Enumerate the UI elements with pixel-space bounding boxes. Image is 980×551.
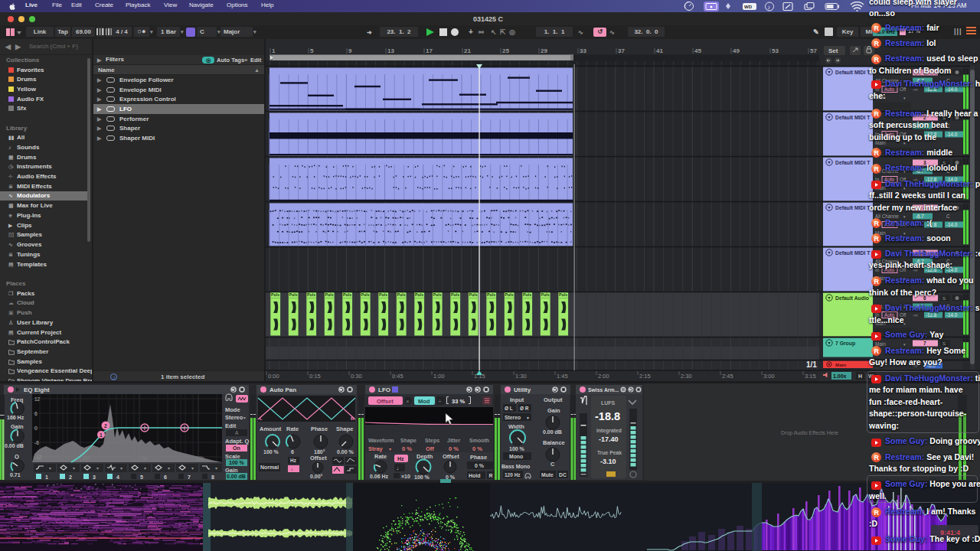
svg-text:-12.8: -12.8 xyxy=(926,86,937,92)
svg-text:17: 17 xyxy=(426,47,433,54)
svg-text:Output: Output xyxy=(544,396,563,403)
svg-text:Stray: Stray xyxy=(368,445,384,452)
svg-text:0 %: 0 % xyxy=(475,463,485,468)
svg-text:0.00 dB: 0.00 dB xyxy=(227,474,246,479)
svg-text:7: 7 xyxy=(188,474,191,480)
svg-text:Offset: Offset xyxy=(443,453,459,460)
svg-text:Default MIDI T: Default MIDI T xyxy=(835,70,871,75)
svg-text:-14.0: -14.0 xyxy=(946,267,958,272)
svg-text:▾: ▾ xyxy=(120,466,122,471)
svg-text:Auto: Auto xyxy=(884,267,894,272)
svg-text:♩: ♩ xyxy=(397,465,402,471)
svg-text:Hz: Hz xyxy=(397,456,404,461)
svg-text:Main: Main xyxy=(875,95,886,100)
svg-text:Puls: Puls xyxy=(289,292,298,297)
svg-text:Gain: Gain xyxy=(547,407,560,414)
svg-text:0 %: 0 % xyxy=(449,445,459,452)
svg-text:Ext. In: Ext. In xyxy=(875,304,889,309)
svg-text:Mod: Mod xyxy=(418,398,430,405)
svg-text:-∞: -∞ xyxy=(913,222,918,227)
svg-text:Puls: Puls xyxy=(523,292,531,297)
svg-text:C: C xyxy=(946,304,950,309)
svg-text:Off: Off xyxy=(900,86,906,92)
svg-text:7: 7 xyxy=(923,341,926,346)
svg-text:DC: DC xyxy=(559,472,567,478)
svg-text:S: S xyxy=(942,251,946,256)
svg-text:Waveform: Waveform xyxy=(368,438,394,443)
svg-text:Set: Set xyxy=(828,47,838,54)
svg-text:×: × xyxy=(407,399,410,404)
svg-text:Auto: Auto xyxy=(884,86,894,92)
svg-text:Hold: Hold xyxy=(469,473,481,478)
svg-text:Auto: Auto xyxy=(884,312,894,318)
svg-text:Auto: Auto xyxy=(884,132,894,137)
svg-text:-6.7: -6.7 xyxy=(916,304,924,309)
svg-text:-∞: -∞ xyxy=(913,132,918,137)
svg-text:0:45: 0:45 xyxy=(392,373,403,380)
svg-text:1: 1 xyxy=(45,474,48,480)
svg-text:Width: Width xyxy=(508,423,524,430)
svg-text:-∞: -∞ xyxy=(913,86,918,92)
svg-text:Steps: Steps xyxy=(425,438,439,444)
svg-text:×10: ×10 xyxy=(401,474,410,479)
svg-text:S: S xyxy=(942,206,946,210)
svg-text:0.06 Hz: 0.06 Hz xyxy=(370,474,389,479)
svg-text:-6.7: -6.7 xyxy=(916,78,924,83)
svg-text:6: 6 xyxy=(923,295,926,301)
svg-text:-18.8: -18.8 xyxy=(595,410,620,422)
svg-text:All Channe: All Channe xyxy=(875,123,899,129)
svg-text:Normal: Normal xyxy=(260,465,279,470)
svg-text:3:15: 3:15 xyxy=(805,373,816,380)
svg-text:180°: 180° xyxy=(314,449,325,455)
svg-text:Integrated: Integrated xyxy=(596,428,622,434)
svg-text:-∞: -∞ xyxy=(913,267,918,272)
svg-text:0 %: 0 % xyxy=(472,445,482,452)
svg-text:On: On xyxy=(233,445,240,451)
svg-text:Main: Main xyxy=(875,230,886,236)
svg-text:Puls: Puls xyxy=(325,292,334,297)
svg-text:Mode: Mode xyxy=(225,406,240,413)
svg-text:100 %: 100 % xyxy=(414,474,430,480)
svg-text:Off: Off xyxy=(900,222,906,227)
svg-text:33 %: 33 % xyxy=(452,398,465,405)
svg-text:Smooth: Smooth xyxy=(469,438,489,443)
svg-text:Shape: Shape xyxy=(400,438,416,444)
svg-text:Puls: Puls xyxy=(361,292,370,297)
svg-text:Off: Off xyxy=(900,312,906,318)
svg-text:Bass Mono: Bass Mono xyxy=(501,464,530,469)
svg-text:5: 5 xyxy=(310,47,314,54)
svg-text:♪: ♪ xyxy=(767,4,770,11)
svg-text:0:30: 0:30 xyxy=(351,373,362,380)
svg-text:Ø R: Ø R xyxy=(520,406,529,411)
svg-text:C: C xyxy=(946,259,950,264)
svg-text:6: 6 xyxy=(34,411,38,416)
svg-text:2:45: 2:45 xyxy=(722,373,733,380)
svg-text:Gain: Gain xyxy=(225,467,238,474)
svg-text:In: In xyxy=(875,132,880,137)
svg-text:All Channe: All Channe xyxy=(875,168,899,174)
svg-text:3: 3 xyxy=(923,160,926,165)
svg-text:In: In xyxy=(875,86,880,92)
svg-text:Main: Main xyxy=(875,341,886,347)
svg-text:-∞: -∞ xyxy=(913,177,918,182)
svg-text:Swiss Arm...: Swiss Arm... xyxy=(588,387,619,393)
svg-text:▾: ▾ xyxy=(191,466,194,471)
svg-text:0 %: 0 % xyxy=(402,445,412,452)
svg-text:Default MIDI T: Default MIDI T xyxy=(835,115,871,120)
svg-text:In: In xyxy=(875,312,880,318)
svg-text:In: In xyxy=(875,222,880,227)
svg-text:2:15: 2:15 xyxy=(639,373,651,380)
svg-text:Default MIDI T: Default MIDI T xyxy=(835,250,871,256)
svg-text:6: 6 xyxy=(164,474,167,480)
svg-text:Puls: Puls xyxy=(433,292,442,297)
svg-text:Puls: Puls xyxy=(379,292,387,297)
svg-text:Hz: Hz xyxy=(290,458,297,463)
svg-text:3:00: 3:00 xyxy=(763,373,775,380)
svg-text:-6.7: -6.7 xyxy=(916,168,924,174)
svg-text:1.00x: 1.00x xyxy=(833,373,847,379)
svg-text:Main: Main xyxy=(835,362,846,367)
svg-text:100 %: 100 % xyxy=(229,460,245,465)
svg-text:-6: -6 xyxy=(34,440,39,445)
svg-text:C: C xyxy=(946,78,950,83)
svg-text:-14.0: -14.0 xyxy=(946,222,958,227)
